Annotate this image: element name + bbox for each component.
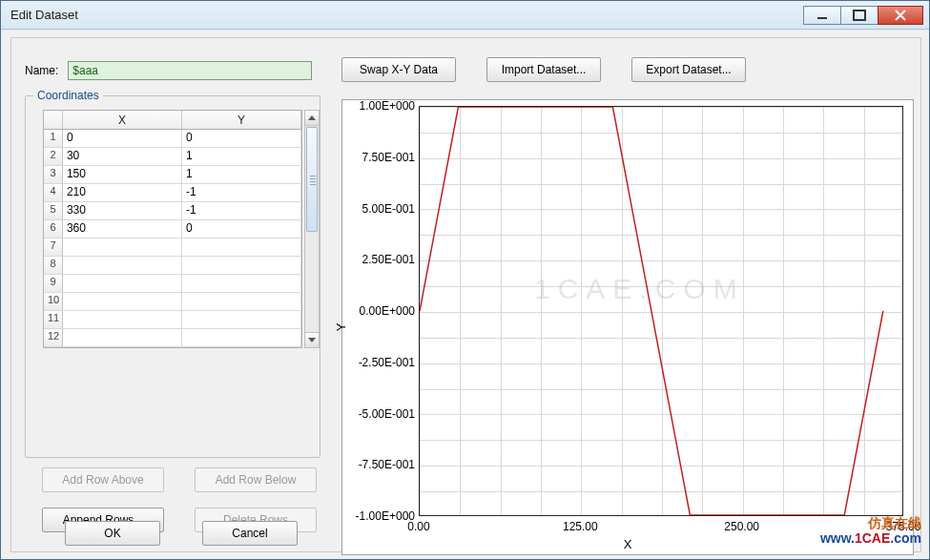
x-tick-label: 0.00 — [407, 520, 429, 533]
watermark-line1: 仿真在线 — [820, 516, 921, 530]
y-tick-label: 7.50E-001 — [346, 151, 415, 164]
cell-x[interactable]: 330 — [63, 202, 182, 219]
table-row[interactable]: 9 — [44, 275, 301, 293]
cell-x[interactable] — [63, 329, 182, 346]
table-row[interactable]: 63600 — [44, 220, 301, 239]
col-header-y[interactable]: Y — [182, 111, 301, 129]
row-number[interactable]: 7 — [44, 239, 63, 256]
table-body: 1002301315014210-15330-163600789101112 — [44, 130, 301, 347]
cell-y[interactable]: 0 — [182, 130, 301, 147]
row-number[interactable]: 11 — [44, 311, 63, 328]
cell-y[interactable] — [182, 293, 301, 310]
cell-x[interactable]: 0 — [63, 130, 182, 147]
x-tick-label: 250.00 — [724, 520, 759, 533]
row-number[interactable]: 10 — [44, 293, 63, 310]
row-number[interactable]: 9 — [44, 275, 63, 292]
cell-y[interactable]: 0 — [182, 220, 301, 238]
cell-y[interactable]: -1 — [182, 202, 301, 219]
vertical-scrollbar[interactable] — [304, 110, 320, 348]
chart-panel: Y X 1CAE.COM 1.00E+0007.50E-0015.00E-001… — [341, 99, 914, 555]
name-label: Name: — [25, 64, 58, 77]
cell-y[interactable]: -1 — [182, 184, 301, 201]
name-row: Name: — [25, 61, 312, 80]
x-tick-label: 125.00 — [563, 520, 598, 533]
cell-y[interactable] — [182, 239, 301, 256]
cell-y[interactable] — [182, 311, 301, 328]
y-tick-label: 5.00E-001 — [346, 202, 415, 216]
row-number[interactable]: 4 — [44, 184, 63, 201]
y-tick-label: 1.00E+000 — [346, 99, 415, 113]
dataset-actions: Swap X-Y Data Import Dataset... Export D… — [341, 57, 746, 82]
cell-y[interactable]: 1 — [182, 148, 301, 165]
swap-xy-button[interactable]: Swap X-Y Data — [341, 57, 456, 82]
titlebar[interactable]: Edit Dataset — [1, 1, 929, 30]
cell-x[interactable]: 150 — [63, 166, 182, 183]
coordinates-group: Coordinates X Y 1002301315014210-15330-1… — [25, 95, 320, 458]
x-axis-label: X — [624, 537, 632, 551]
col-header-x[interactable]: X — [63, 111, 182, 129]
table-row[interactable]: 5330-1 — [44, 202, 301, 220]
cell-x[interactable]: 360 — [63, 220, 182, 238]
cell-x[interactable] — [63, 311, 182, 328]
add-row-above-button[interactable]: Add Row Above — [42, 467, 164, 492]
row-header-blank — [44, 111, 63, 129]
row-number[interactable]: 8 — [44, 257, 63, 274]
watermark-corner: 仿真在线 www.1CAE.com — [820, 516, 921, 546]
coordinates-title: Coordinates — [33, 89, 103, 102]
cell-x[interactable]: 210 — [63, 184, 182, 201]
cell-x[interactable]: 30 — [63, 148, 182, 165]
import-dataset-button[interactable]: Import Dataset... — [486, 57, 601, 82]
coordinates-table[interactable]: X Y 1002301315014210-15330-1636007891011… — [43, 110, 302, 348]
add-row-below-button[interactable]: Add Row Below — [195, 467, 317, 492]
line-series — [420, 107, 902, 515]
table-row[interactable]: 7 — [44, 239, 301, 257]
dialog-client: Name: Swap X-Y Data Import Dataset... Ex… — [10, 37, 921, 552]
watermark-line2: www.1CAE.com — [820, 531, 921, 546]
y-tick-label: 2.50E-001 — [346, 253, 415, 266]
table-row[interactable]: 4210-1 — [44, 184, 301, 202]
window-controls — [804, 6, 923, 25]
close-button[interactable] — [878, 6, 923, 25]
export-dataset-button[interactable]: Export Dataset... — [631, 57, 746, 82]
cell-x[interactable] — [63, 293, 182, 310]
ok-button[interactable]: OK — [65, 521, 160, 546]
cell-y[interactable] — [182, 275, 301, 292]
plot-area[interactable]: 1CAE.COM — [419, 106, 903, 516]
row-number[interactable]: 6 — [44, 220, 63, 238]
row-number[interactable]: 2 — [44, 148, 63, 165]
y-tick-label: -1.00E+000 — [346, 509, 415, 523]
minimize-button[interactable] — [803, 6, 841, 25]
table-row[interactable]: 12 — [44, 329, 301, 347]
scroll-down-button[interactable] — [305, 332, 319, 347]
table-row[interactable]: 100 — [44, 130, 301, 148]
maximize-button[interactable] — [840, 6, 878, 25]
window-title: Edit Dataset — [10, 8, 804, 22]
row-number[interactable]: 1 — [44, 130, 63, 147]
cell-y[interactable] — [182, 329, 301, 346]
edit-dataset-window: Edit Dataset Name: Swap X-Y Data Import … — [0, 0, 930, 560]
scroll-up-button[interactable] — [305, 111, 319, 126]
cancel-button[interactable]: Cancel — [202, 521, 298, 546]
table-row[interactable]: 31501 — [44, 166, 301, 184]
table-row[interactable]: 2301 — [44, 148, 301, 166]
scrollbar-thumb[interactable] — [306, 127, 318, 232]
y-axis-label: Y — [334, 323, 348, 332]
table-header: X Y — [44, 111, 301, 130]
cell-x[interactable] — [63, 275, 182, 292]
cell-y[interactable]: 1 — [182, 166, 301, 183]
cell-y[interactable] — [182, 257, 301, 274]
table-row[interactable]: 8 — [44, 257, 301, 275]
row-number[interactable]: 5 — [44, 202, 63, 219]
row-number[interactable]: 3 — [44, 166, 63, 183]
name-input[interactable] — [68, 61, 312, 80]
row-number[interactable]: 12 — [44, 329, 63, 346]
cell-x[interactable] — [63, 239, 182, 256]
table-row[interactable]: 11 — [44, 311, 301, 329]
y-tick-label: 0.00E+000 — [346, 304, 415, 318]
cell-x[interactable] — [63, 257, 182, 274]
dialog-buttons: OK Cancel — [65, 521, 298, 546]
table-row[interactable]: 10 — [44, 293, 301, 311]
y-tick-label: -5.00E-001 — [346, 407, 415, 421]
y-tick-label: -7.50E-001 — [346, 458, 415, 471]
y-tick-label: -2.50E-001 — [346, 356, 415, 369]
